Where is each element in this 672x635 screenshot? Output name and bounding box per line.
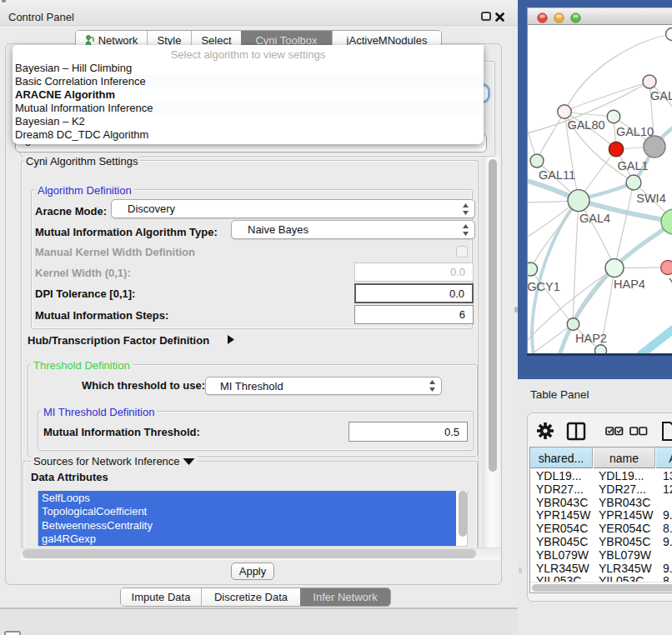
- svg-text:Y: Y: [669, 276, 672, 289]
- svg-text:GAL4: GAL4: [579, 212, 610, 225]
- svg-text:GAL10: GAL10: [616, 125, 654, 138]
- svg-text:HAP2: HAP2: [575, 332, 607, 345]
- svg-text:HAP4: HAP4: [614, 278, 645, 291]
- svg-text:GAL11: GAL11: [539, 168, 575, 182]
- svg-text:GAL80: GAL80: [567, 118, 604, 132]
- svg-text:GAL1: GAL1: [617, 159, 648, 172]
- svg-text:GCY1: GCY1: [528, 280, 560, 293]
- svg-text:GAL2: GAL2: [650, 89, 672, 102]
- svg-text:SWI4: SWI4: [636, 192, 665, 205]
